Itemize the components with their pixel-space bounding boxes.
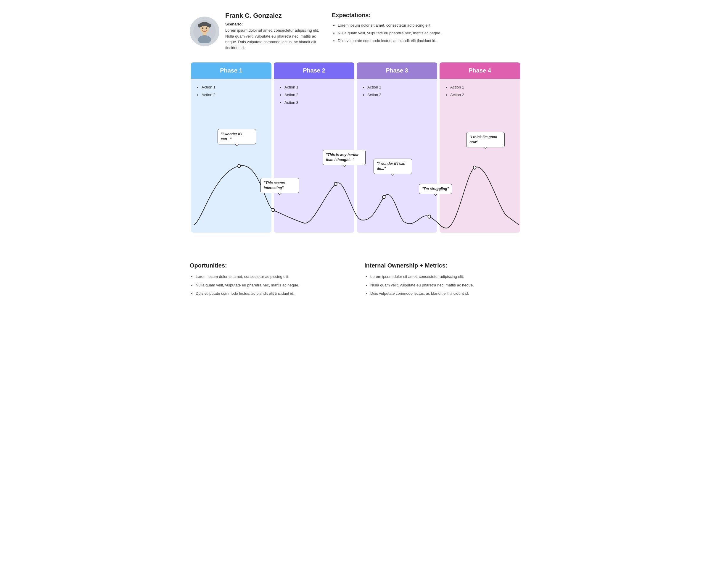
scenario-text: Lorem ipsum dolor sit amet, consectetur …	[225, 27, 320, 50]
phase-3-action-1: Action 1	[367, 84, 432, 91]
opportunities-section: Oportunities: Lorem ipsum dolor sit amet…	[190, 262, 347, 298]
persona-section: Frank C. Gonzalez Scenario: Lorem ipsum …	[190, 12, 320, 50]
ownership-list: Lorem ipsum dolor sit amet, consectetur …	[364, 273, 521, 298]
journey-map: "I wonder if I can..." "This seems inter…	[191, 120, 520, 244]
bottom-sections: Oportunities: Lorem ipsum dolor sit amet…	[190, 262, 521, 298]
phase-3-actions: Action 1 Action 2	[361, 84, 432, 99]
opportunity-item-3: Duis vulputate commodo lectus, ac blandi…	[196, 289, 347, 298]
phase-3-header: Phase 3	[357, 62, 437, 79]
phase-2-action-2: Action 2	[284, 91, 350, 99]
dot-phase1-peak	[238, 164, 241, 168]
svg-point-8	[198, 24, 202, 27]
avatar	[190, 17, 219, 46]
dot-phase3-bump	[383, 195, 385, 199]
dot-phase3-trough	[428, 215, 431, 218]
ownership-section: Internal Ownership + Metrics: Lorem ipsu…	[364, 262, 521, 298]
persona-info: Frank C. Gonzalez Scenario: Lorem ipsum …	[225, 12, 320, 50]
journey-path	[194, 166, 519, 228]
ownership-item-2: Nulla quam velit, vulputate eu pharetra …	[370, 281, 521, 290]
expectation-item: Lorem ipsum dolor sit amet, consectetur …	[338, 22, 521, 29]
bubble-phase4: "I think I'm good now"	[466, 132, 505, 147]
phase-1-header: Phase 1	[191, 62, 272, 79]
svg-point-5	[202, 27, 203, 29]
persona-name: Frank C. Gonzalez	[225, 12, 320, 20]
bubble-phase2-interesting: "This seems interesting"	[260, 178, 299, 193]
opportunities-list: Lorem ipsum dolor sit amet, consectetur …	[190, 273, 347, 298]
phase-2-action-1: Action 1	[284, 84, 350, 91]
bubble-phase2-harder: "This is way harder than I thought..."	[323, 150, 366, 165]
ownership-item-3: Duis vulputate commodo lectus, ac blandi…	[370, 289, 521, 298]
ownership-item-1: Lorem ipsum dolor sit amet, consectetur …	[370, 273, 521, 281]
dot-phase4-peak	[473, 166, 476, 169]
bubble-phase3-wonder: "I wonder if I can do..."	[373, 159, 412, 174]
dot-phase2-trough1	[272, 208, 275, 212]
opportunity-item-2: Nulla quam velit, vulputate eu pharetra …	[196, 281, 347, 290]
phase-1-action-2: Action 2	[201, 91, 267, 99]
bubble-phase3-struggling: "I'm struggling"	[419, 184, 452, 194]
svg-point-9	[207, 24, 211, 27]
phase-1-action-1: Action 1	[201, 84, 267, 91]
phase-4-action-2: Action 2	[450, 91, 515, 99]
opportunities-title: Oportunities:	[190, 262, 347, 269]
header: Frank C. Gonzalez Scenario: Lorem ipsum …	[190, 12, 521, 50]
phase-2-header: Phase 2	[274, 62, 354, 79]
phase-4-header: Phase 4	[439, 62, 520, 79]
expectations-section: Expectations: Lorem ipsum dolor sit amet…	[332, 12, 521, 45]
expectations-title: Expectations:	[332, 12, 521, 19]
ownership-title: Internal Ownership + Metrics:	[364, 262, 521, 269]
bubble-phase1: "I wonder if I can..."	[218, 129, 256, 145]
svg-point-6	[206, 27, 207, 29]
phase-4-action-1: Action 1	[450, 84, 515, 91]
phase-1-actions: Action 1 Action 2	[196, 84, 267, 99]
opportunity-item-1: Lorem ipsum dolor sit amet, consectetur …	[196, 273, 347, 281]
expectations-list: Lorem ipsum dolor sit amet, consectetur …	[332, 22, 521, 45]
scenario-label: Scenario:	[225, 22, 320, 26]
dot-phase2-peak	[334, 182, 337, 186]
phase-4-actions: Action 1 Action 2	[444, 84, 515, 99]
expectation-item: Nulla quam velit, vulputate eu pharetra …	[338, 29, 521, 37]
expectation-item: Duis vulputate commodo lectus, ac blandi…	[338, 37, 521, 45]
phase-3-action-2: Action 2	[367, 91, 432, 99]
phase-2-actions: Action 1 Action 2 Action 3	[279, 84, 350, 107]
phase-2-action-3: Action 3	[284, 99, 350, 107]
